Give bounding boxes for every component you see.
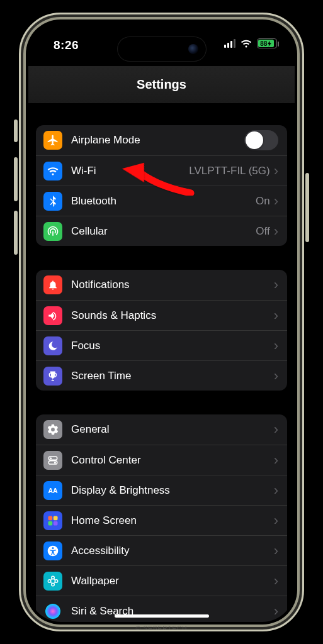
wifi-icon [43,162,62,180]
home-screen-icon [43,511,62,530]
settings-group: General›Control Center›AADisplay & Brigh… [36,414,287,622]
gear-icon [43,420,62,439]
status-indicators: 88 [224,38,277,48]
svg-point-3 [54,461,56,463]
row-label: Control Center [71,454,274,467]
row-value: On [256,195,270,208]
cellular-icon [43,222,62,241]
cellular-signal-icon [224,39,235,48]
status-bar: 8:26 88 [28,22,295,66]
notifications-icon [43,275,62,294]
settings-row-cellular[interactable]: CellularOff› [36,216,287,246]
siri-icon [43,602,62,621]
screen-time-icon [43,367,62,386]
settings-row-home-screen[interactable]: Home Screen› [36,505,287,535]
bluetooth-icon [43,192,62,211]
row-label: Cellular [71,225,256,238]
row-label: Airplane Mode [71,134,244,147]
svg-rect-6 [54,516,58,520]
settings-row-accessibility[interactable]: Accessibility› [36,535,287,565]
focus-icon [43,336,62,355]
chevron-right-icon: › [274,339,278,353]
status-clock: 8:26 [54,38,79,52]
battery-indicator: 88 [257,38,277,48]
settings-row-display-brightness[interactable]: AADisplay & Brightness› [36,475,287,505]
row-label: Wi-Fi [71,165,189,177]
battery-percent: 88 [260,40,267,47]
row-label: Home Screen [71,514,274,527]
chevron-right-icon: › [274,194,278,208]
row-label: Screen Time [71,370,274,382]
chevron-right-icon: › [274,278,278,292]
wifi-status-icon [241,40,252,48]
toggle-switch[interactable] [244,130,278,150]
svg-text:AA: AA [48,486,58,494]
device-screen: 8:26 88 Settings Airplane ModeWi-FiLVLPT… [28,22,295,622]
chevron-right-icon: › [274,544,278,558]
side-button [305,173,309,242]
watermark: © SEBERTECH [135,625,187,631]
settings-row-sounds-haptics[interactable]: Sounds & Haptics› [36,300,287,330]
device-frame: 8:26 88 Settings Airplane ModeWi-FiLVLPT… [19,13,304,631]
chevron-right-icon: › [274,574,278,588]
row-value: Off [256,225,269,238]
settings-row-siri-search[interactable]: Siri & Search› [36,596,287,622]
ringer-switch [14,119,18,142]
svg-rect-7 [48,521,53,525]
page-title: Settings [28,66,295,104]
svg-point-1 [50,457,52,459]
display-icon: AA [43,481,62,500]
chevron-right-icon: › [274,164,278,178]
settings-row-notifications[interactable]: Notifications› [36,270,287,300]
settings-row-wi-fi[interactable]: Wi-FiLVLPTT-FIL (5G)› [36,155,287,186]
chevron-right-icon: › [274,309,278,323]
sounds-icon [43,306,62,325]
settings-row-control-center[interactable]: Control Center› [36,445,287,475]
chevron-right-icon: › [274,604,278,618]
row-label: Focus [71,340,274,352]
home-indicator[interactable] [115,614,209,618]
settings-row-wallpaper[interactable]: Wallpaper› [36,565,287,596]
settings-content[interactable]: Airplane ModeWi-FiLVLPTT-FIL (5G)›Blueto… [28,104,295,622]
row-label: Accessibility [71,545,274,557]
volume-up-button [14,157,18,201]
settings-row-bluetooth[interactable]: BluetoothOn› [36,186,287,216]
row-value: LVLPTT-FIL (5G) [189,165,269,177]
settings-row-general[interactable]: General› [36,414,287,445]
airplane-icon [43,131,62,150]
row-label: Sounds & Haptics [71,309,274,322]
svg-rect-8 [54,521,58,525]
chevron-right-icon: › [274,423,278,436]
chevron-right-icon: › [274,514,278,528]
accessibility-icon [43,541,62,560]
settings-row-screen-time[interactable]: Screen Time› [36,360,287,391]
svg-rect-5 [48,516,53,520]
svg-point-16 [45,604,60,619]
row-label: Notifications [71,279,274,291]
settings-group: Airplane ModeWi-FiLVLPTT-FIL (5G)›Blueto… [36,125,287,246]
chevron-right-icon: › [274,225,278,238]
settings-row-airplane-mode[interactable]: Airplane Mode [36,125,287,155]
chevron-right-icon: › [274,369,278,383]
volume-down-button [14,211,18,255]
svg-point-10 [52,547,54,548]
row-label: Display & Brightness [71,484,274,497]
chevron-right-icon: › [274,453,278,467]
settings-group: Notifications›Sounds & Haptics›Focus›Scr… [36,270,287,391]
row-label: General [71,423,274,436]
row-label: Wallpaper [71,575,274,587]
settings-row-focus[interactable]: Focus› [36,330,287,360]
chevron-right-icon: › [274,484,278,497]
wallpaper-icon [43,572,62,591]
control-center-icon [43,451,62,470]
row-label: Bluetooth [71,195,256,208]
